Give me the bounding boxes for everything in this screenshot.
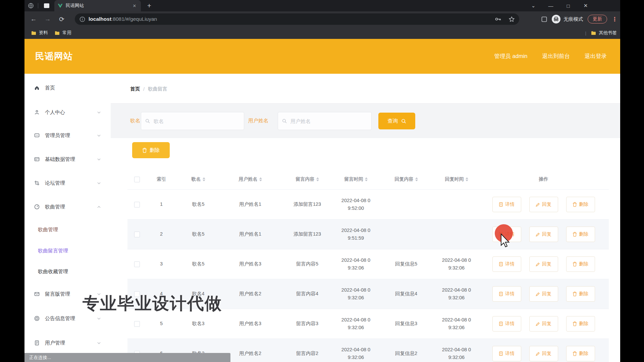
- delete-button[interactable]: 删除: [566, 346, 595, 361]
- delete-button[interactable]: 删除: [566, 227, 595, 242]
- sidebar-item-label: 个人中心: [45, 109, 65, 116]
- status-text: 正在连接...: [29, 355, 51, 361]
- delete-button[interactable]: 删除: [566, 256, 595, 272]
- minimize-button[interactable]: —: [547, 2, 554, 9]
- reply-button[interactable]: 回复: [529, 316, 558, 331]
- header-song[interactable]: 歌名: [176, 176, 220, 182]
- other-bookmarks-label: 其他书签: [599, 30, 617, 36]
- row-checkbox[interactable]: [134, 232, 140, 237]
- browser-menu-icon[interactable]: ⋮: [612, 16, 618, 23]
- detail-button[interactable]: 详情: [492, 286, 521, 302]
- sidebar-item-label: 歌曲管理: [45, 204, 65, 210]
- sidebar-item-user-management[interactable]: 用户管理: [24, 335, 111, 351]
- header-message[interactable]: 留言内容: [280, 176, 334, 182]
- forward-button[interactable]: →: [43, 14, 53, 24]
- url-host: localhost: [89, 16, 111, 22]
- row-checkbox[interactable]: [134, 261, 140, 267]
- cell-message: 留言内容4: [280, 290, 334, 298]
- pinned-tab-globe[interactable]: [26, 1, 36, 11]
- address-bar[interactable]: localhost :8081/#/gequLiuyan: [75, 13, 519, 25]
- row-checkbox[interactable]: [134, 202, 140, 207]
- detail-button[interactable]: 详情: [492, 256, 521, 272]
- sort-carets-icon[interactable]: [316, 177, 319, 181]
- reply-button[interactable]: 回复: [529, 227, 558, 242]
- sidebar-item-base-data-management[interactable]: 基础数据管理: [24, 152, 111, 167]
- sidebar-item-admin-management[interactable]: 管理员管理: [24, 128, 111, 143]
- detail-button[interactable]: 详情: [492, 346, 521, 361]
- reply-button[interactable]: 回复: [529, 256, 558, 272]
- select-all-checkbox[interactable]: [134, 177, 140, 182]
- pinned-tab-document[interactable]: [42, 1, 52, 11]
- update-button[interactable]: 更新: [588, 15, 607, 23]
- side-panel-icon[interactable]: [541, 16, 547, 22]
- tab-close-icon[interactable]: ✕: [131, 3, 138, 9]
- bulk-delete-button[interactable]: 删除: [132, 142, 170, 158]
- sort-carets-icon[interactable]: [365, 177, 368, 181]
- sidebar-item-forum-management[interactable]: 论坛管理: [24, 175, 111, 191]
- user-name-input[interactable]: [290, 118, 367, 124]
- sidebar-item-label: 论坛管理: [45, 180, 65, 186]
- cell-reply-time: 2022-04-08 09:32:06: [435, 286, 478, 302]
- sidebar-item-song-management[interactable]: 歌曲管理: [24, 199, 111, 215]
- window-close-button[interactable]: ✕: [582, 2, 589, 9]
- sidebar-subitem-song-management[interactable]: 歌曲管理: [24, 223, 111, 236]
- bookmark-folder-ziliao[interactable]: 资料: [31, 30, 48, 36]
- bookmark-folder-changyong[interactable]: 常用: [55, 30, 71, 36]
- header-reply[interactable]: 回复内容: [378, 176, 435, 182]
- header-message-time[interactable]: 留言时间: [334, 176, 378, 182]
- table-row: 1 歌名5 用户姓名1 添加留言123 2022-04-08 09:52:00 …: [127, 190, 609, 220]
- cell-message-time: 2022-04-08 09:32:06: [334, 316, 378, 331]
- logout-link[interactable]: 退出登录: [585, 53, 607, 60]
- breadcrumb: 首页 / 歌曲留言: [130, 86, 167, 92]
- other-bookmarks[interactable]: | 其他书签: [585, 30, 617, 36]
- delete-button[interactable]: 删除: [566, 197, 595, 212]
- header-user[interactable]: 用户姓名: [220, 176, 280, 182]
- trash-icon: [573, 321, 577, 326]
- sidebar-subitem-song-message-management[interactable]: 歌曲留言管理: [24, 244, 111, 257]
- cell-index: 2: [146, 230, 176, 238]
- tab-search-icon[interactable]: ⌄: [530, 2, 537, 9]
- header-reply-time[interactable]: 回复时间: [435, 176, 478, 182]
- sidebar-item-home[interactable]: 首页: [24, 80, 111, 96]
- new-tab-button[interactable]: +: [145, 1, 154, 10]
- song-name-input[interactable]: [153, 118, 240, 124]
- detail-icon: [499, 202, 503, 207]
- delete-button[interactable]: 删除: [566, 316, 595, 331]
- breadcrumb-home[interactable]: 首页: [130, 86, 140, 92]
- trash-icon: [573, 202, 577, 207]
- exit-to-front-link[interactable]: 退出到前台: [542, 53, 570, 60]
- trash-icon: [142, 148, 147, 153]
- bookmark-star-icon[interactable]: [509, 16, 515, 22]
- reply-button[interactable]: 回复: [529, 286, 558, 302]
- app-header: 民谣网站 管理员 admin 退出到前台 退出登录: [24, 39, 620, 74]
- user-name-field[interactable]: [278, 112, 372, 130]
- sidebar-item-label: 留言版管理: [45, 291, 70, 297]
- sidebar-subitem-song-favorite-management[interactable]: 歌曲收藏管理: [24, 265, 111, 278]
- query-button[interactable]: 查询: [378, 113, 415, 129]
- page-info-icon[interactable]: [79, 16, 85, 22]
- reply-button[interactable]: 回复: [529, 197, 558, 212]
- reload-button[interactable]: ⟳: [57, 14, 67, 24]
- page-body: 首页 个人中心 管理员管理 基础数据管理 论坛管理: [24, 74, 620, 362]
- sidebar: 首页 个人中心 管理员管理 基础数据管理 论坛管理: [24, 74, 111, 362]
- song-name-field[interactable]: [141, 112, 244, 130]
- mouse-cursor: [492, 222, 518, 250]
- browser-tab[interactable]: 民谣网站 ✕: [54, 0, 141, 11]
- delete-button[interactable]: 删除: [566, 286, 595, 302]
- header-actions: 操作: [478, 176, 609, 182]
- reply-button[interactable]: 回复: [529, 346, 558, 361]
- back-button[interactable]: ←: [29, 14, 39, 24]
- sort-carets-icon[interactable]: [466, 177, 468, 181]
- key-icon[interactable]: [495, 17, 501, 21]
- detail-button[interactable]: 详情: [492, 197, 521, 212]
- sidebar-item-personal-center[interactable]: 个人中心: [24, 105, 111, 120]
- sort-carets-icon[interactable]: [203, 177, 205, 181]
- sort-carets-icon[interactable]: [259, 177, 262, 181]
- trash-icon: [573, 292, 577, 296]
- mail-icon: [34, 291, 40, 297]
- detail-button[interactable]: 详情: [492, 316, 521, 331]
- sort-carets-icon[interactable]: [415, 177, 418, 181]
- maximize-button[interactable]: □: [565, 2, 572, 9]
- row-checkbox[interactable]: [134, 321, 140, 327]
- cell-index: 5: [146, 320, 176, 327]
